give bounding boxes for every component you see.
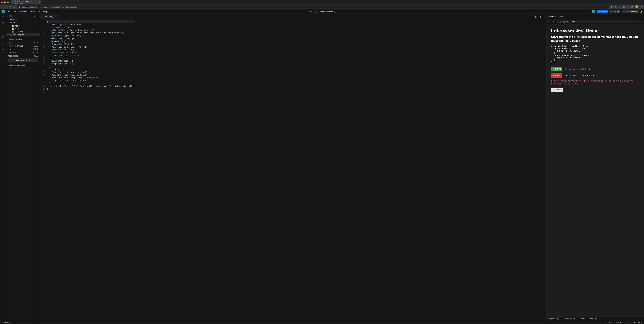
preview-tab-browser[interactable]: Browser bbox=[549, 16, 556, 18]
preview-heading: In-browser Jest Demo bbox=[551, 28, 640, 33]
nav-home-icon[interactable]: ⌂ bbox=[13, 6, 16, 8]
cursor-position[interactable]: Ln 1, Col 1 bbox=[605, 321, 614, 323]
deps-header[interactable]: Dependencies bbox=[6, 37, 40, 41]
indent-spaces[interactable]: Spaces: 2 bbox=[616, 321, 624, 323]
preview-back-icon[interactable]: ‹ bbox=[548, 20, 549, 23]
workspace-avatar-icon[interactable] bbox=[2, 10, 5, 13]
zoom-icon[interactable]: 🔍 bbox=[614, 6, 617, 8]
menu-selection[interactable]: Selection bbox=[19, 11, 27, 13]
file-index-js[interactable]: JSindex.js bbox=[6, 27, 40, 30]
fail-text: basic math subtraction bbox=[564, 74, 594, 77]
dependency-react-dom[interactable]: react-dom16.12.0 bbox=[6, 51, 40, 54]
browser-nav-bar: ← → ⟳ ⌂ 🔒 codesandbox.io/s/jest-circus-b… bbox=[0, 5, 644, 9]
profile-avatar-icon[interactable] bbox=[635, 5, 638, 8]
console-tab[interactable]: Console bbox=[548, 318, 555, 320]
file-styles-css[interactable]: #styles.css bbox=[6, 30, 40, 33]
problems-tab[interactable]: Problems bbox=[564, 318, 572, 320]
dependency-react[interactable]: react16.12.0 bbox=[6, 48, 40, 51]
explorer-icon[interactable] bbox=[2, 22, 4, 26]
menu-edit[interactable]: Edit bbox=[13, 11, 16, 13]
svg-point-1 bbox=[612, 11, 612, 11]
dep-version: 26.2.0 bbox=[33, 42, 38, 44]
share-button[interactable]: Share bbox=[597, 10, 608, 14]
github-icon[interactable] bbox=[2, 35, 4, 39]
files-header[interactable]: Files ↓ ↑ 🗎 🗀 bbox=[6, 14, 40, 18]
new-file-icon[interactable]: 🗎 bbox=[34, 15, 36, 17]
upload-icon[interactable]: ↑ bbox=[32, 15, 33, 17]
install-icon[interactable]: ⊕ bbox=[611, 6, 612, 8]
split-right-icon[interactable] bbox=[539, 16, 541, 18]
file-tree: publicsrcJSApp.jsJSindex.js#styles.csspa… bbox=[6, 18, 40, 36]
run-tests-button[interactable]: Run tests bbox=[551, 88, 563, 92]
breadcrumb-drafts[interactable]: Drafts bbox=[308, 11, 313, 13]
fork-button[interactable]: Fork ▾ bbox=[609, 10, 620, 14]
live-users-icon[interactable] bbox=[2, 48, 4, 52]
menu-dots-icon[interactable]: ⋮ bbox=[640, 6, 643, 8]
close-tab-icon[interactable]: × bbox=[38, 1, 40, 3]
pass-badge: ✓ PASS bbox=[551, 67, 562, 71]
dep-version: 16.12.0 bbox=[32, 48, 38, 50]
window-minimize-button[interactable] bbox=[4, 1, 6, 3]
menu-help[interactable]: Help bbox=[43, 11, 48, 13]
dependency-react-scripts[interactable]: react-scripts3.0.1 bbox=[6, 54, 40, 58]
download-icon[interactable]: ↓ bbox=[30, 15, 30, 17]
dep-version: 1.0.1 bbox=[34, 45, 38, 47]
deps-list: expect26.2.0jest-circus-browser1.0.1reac… bbox=[6, 41, 40, 58]
file-App-js[interactable]: JSApp.js bbox=[6, 24, 40, 27]
menu-go[interactable]: Go bbox=[38, 11, 40, 13]
devtools-count: 0 bbox=[594, 317, 597, 320]
split-left-icon[interactable] bbox=[535, 16, 537, 18]
preview-panel: Browser Tests ‹ › ⟳ https://gigsm.csb.ap… bbox=[546, 14, 644, 321]
browser-url-bar[interactable]: 🔒 codesandbox.io/s/jest-circus-browser-g… bbox=[17, 5, 609, 9]
close-tab-icon[interactable]: × bbox=[58, 16, 58, 18]
preview-url-bar[interactable]: https://gigsm.csb.app/ bbox=[556, 20, 636, 23]
code-area[interactable]: 1234567891011121314151617181920212223242… bbox=[40, 19, 546, 321]
language-mode[interactable]: JSON bbox=[638, 321, 642, 323]
sandbox-info-icon[interactable] bbox=[2, 16, 4, 19]
svg-point-5 bbox=[3, 49, 4, 50]
window-close-button[interactable] bbox=[1, 1, 3, 3]
config-gear-icon[interactable] bbox=[2, 29, 4, 32]
git-hash[interactable]: 2296e80c2 bbox=[2, 321, 603, 323]
dependency-jest-circus-browser[interactable]: jest-circus-browser1.0.1 bbox=[6, 44, 40, 48]
bookmark-icon[interactable]: ☆ bbox=[619, 6, 621, 8]
dep-name: expect bbox=[8, 42, 33, 44]
file-package-json[interactable]: package.json bbox=[6, 33, 40, 36]
encoding[interactable]: UTF-8 bbox=[626, 321, 631, 323]
deploy-rocket-icon[interactable] bbox=[2, 42, 4, 45]
eol[interactable]: LF bbox=[634, 321, 635, 323]
nav-back-icon[interactable]: ← bbox=[1, 6, 4, 8]
editable-test-code[interactable]: describe('basic math', () => { test('add… bbox=[551, 45, 640, 64]
preview-reload-icon[interactable]: ⟳ bbox=[552, 20, 554, 23]
more-actions-icon[interactable]: ⋯ bbox=[543, 16, 545, 18]
dep-name: react-dom bbox=[8, 52, 32, 54]
preview-tab-tests[interactable]: Tests bbox=[559, 16, 564, 18]
create-sandbox-button[interactable]: Create Sandbox bbox=[622, 10, 638, 14]
folder-public[interactable]: public bbox=[6, 18, 40, 21]
menu-file[interactable]: File bbox=[7, 11, 10, 13]
extensions-icon[interactable]: 🧩 bbox=[631, 6, 633, 8]
notifications-bell-icon[interactable]: 🔔 bbox=[640, 11, 642, 13]
breadcrumb-project[interactable]: jest-circus-browser bbox=[316, 11, 333, 13]
react-devtools-ext-icon[interactable]: ⚛ bbox=[627, 6, 629, 8]
browser-tab[interactable]: jest-circus-browser - CodeSan × bbox=[11, 0, 41, 4]
devtools-tab[interactable]: React DevTools bbox=[580, 318, 593, 320]
window-zoom-button[interactable] bbox=[7, 1, 9, 3]
nav-forward-icon[interactable]: → bbox=[5, 6, 8, 8]
reading-list-icon[interactable]: ▣ bbox=[623, 6, 625, 8]
new-folder-icon[interactable]: 🗀 bbox=[37, 15, 38, 17]
external-resources-header[interactable]: External resources bbox=[6, 64, 40, 67]
new-tab-button[interactable]: + bbox=[43, 1, 44, 4]
menu-view[interactable]: View bbox=[30, 11, 35, 13]
add-dependency-button[interactable]: Add dependency bbox=[8, 59, 38, 63]
nav-reload-icon[interactable]: ⟳ bbox=[9, 6, 12, 8]
folder-src[interactable]: src bbox=[6, 21, 40, 24]
fork-icon bbox=[611, 11, 613, 13]
preview-structure-icon[interactable]: ◫ bbox=[638, 20, 639, 23]
dependency-expect[interactable]: expect26.2.0 bbox=[6, 41, 40, 44]
editor-tab[interactable]: package.json × bbox=[40, 14, 60, 19]
svg-point-0 bbox=[611, 11, 612, 11]
preview-forward-icon[interactable]: › bbox=[550, 20, 551, 23]
preview-open-external-icon[interactable]: ↗ bbox=[641, 20, 642, 23]
user-avatar-icon[interactable] bbox=[592, 10, 595, 14]
